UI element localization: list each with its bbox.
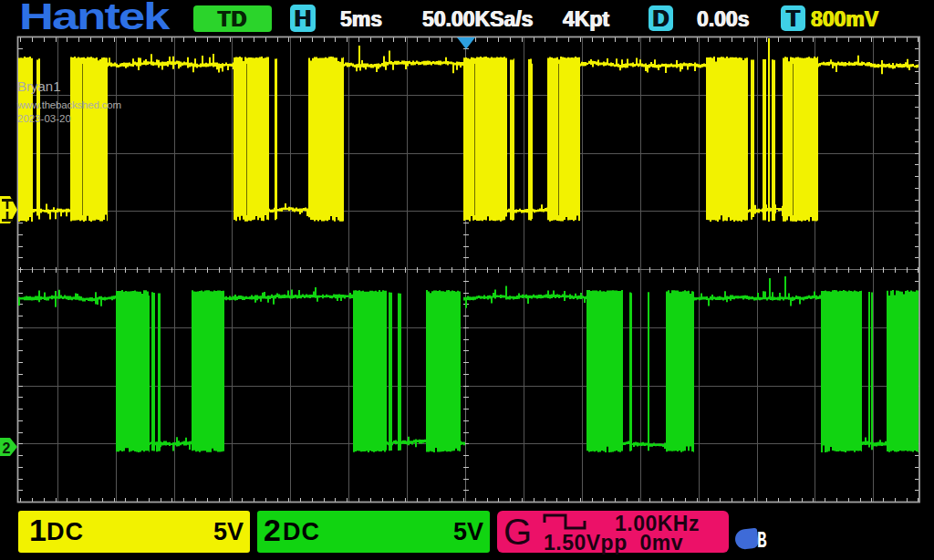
svg-text:B: B xyxy=(757,527,767,553)
svg-text:2: 2 xyxy=(3,441,11,456)
